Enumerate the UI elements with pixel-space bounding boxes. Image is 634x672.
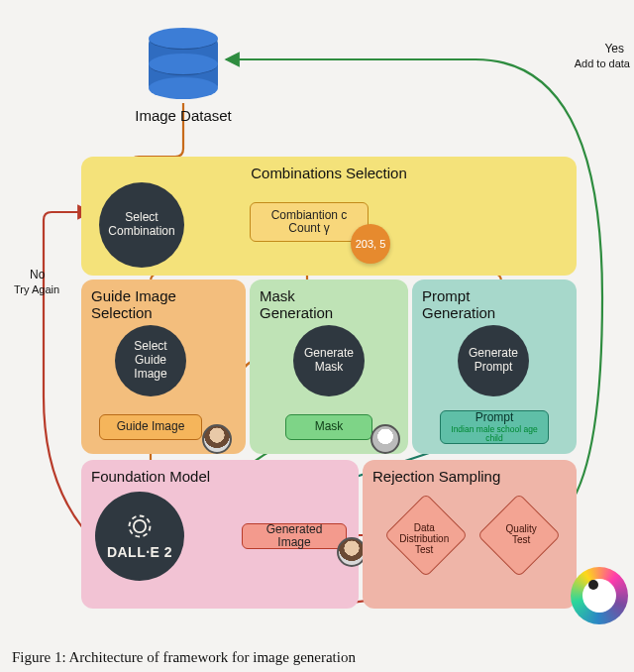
count-bubble: 203, 5 [351, 224, 390, 264]
dalle-node: DALL·E 2 [95, 492, 184, 581]
no-sublabel: Try Again [14, 283, 59, 295]
mask-generation-module: Mask Generation Generate Mask Mask [250, 280, 408, 454]
combinations-selection-module: Combinations Selection Select Combinatio… [81, 157, 577, 276]
guide-image-selection-module: Guide Image Selection Select Guide Image… [81, 280, 246, 454]
module-title: Prompt Generation [422, 287, 567, 321]
mask-chip: Mask [285, 414, 372, 440]
no-label: No [30, 268, 45, 281]
diagram-frame: Image Dataset Combinations Selection Sel… [0, 0, 634, 672]
database-icon [149, 28, 218, 101]
module-title: Combinations Selection [91, 165, 567, 181]
module-title: Rejection Sampling [372, 468, 567, 485]
prompt-generation-module: Prompt Generation Generate Prompt Prompt… [412, 280, 577, 454]
module-title: Foundation Model [91, 468, 349, 485]
chameleon-logo-icon [571, 567, 628, 624]
prompt-chip: Prompt Indian male school age child [440, 410, 549, 444]
combination-output-chip: Combiantion c Count γ [250, 202, 369, 242]
guide-image-chip: Guide Image [99, 414, 202, 440]
dataset-label: Image Dataset [129, 107, 238, 124]
select-guide-image-node: Select Guide Image [115, 325, 186, 396]
svg-point-1 [129, 515, 150, 536]
select-combination-node: Select Combination [99, 182, 184, 268]
openai-icon: DALL·E 2 [107, 512, 172, 560]
figure-caption: Figure 1: Architecture of framework for … [12, 649, 356, 666]
data-distribution-test-node: Data Distribution Test [384, 494, 469, 578]
generate-prompt-node: Generate Prompt [458, 325, 529, 396]
module-title: Guide Image Selection [91, 287, 236, 321]
mask-thumb-icon [370, 424, 400, 454]
yes-sublabel: Add to data [575, 57, 630, 69]
yes-label: Yes [604, 42, 624, 56]
quality-test-node: Quality Test [477, 494, 562, 578]
module-title: Mask Generation [260, 287, 398, 321]
rejection-sampling-module: Rejection Sampling Data Distribution Tes… [363, 460, 577, 609]
generated-image-chip: Generated Image [242, 523, 347, 549]
svg-point-0 [134, 520, 146, 532]
generate-mask-node: Generate Mask [293, 325, 365, 396]
avatar-icon [202, 424, 232, 454]
image-dataset: Image Dataset [129, 28, 238, 124]
foundation-model-module: Foundation Model DALL·E 2 Generated Imag… [81, 460, 359, 609]
